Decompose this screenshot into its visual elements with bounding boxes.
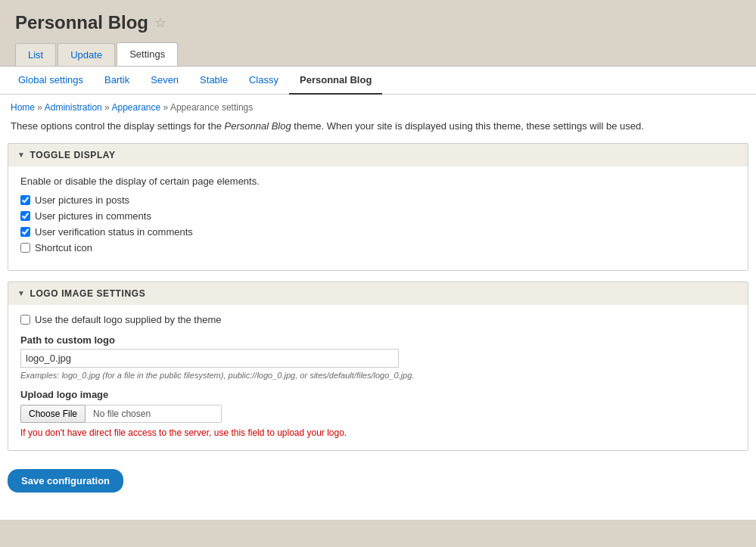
checkbox-shortcut-icon-label[interactable]: Shortcut icon: [35, 242, 92, 253]
no-file-text: No file chosen: [86, 405, 222, 423]
breadcrumb-sep2: »: [104, 102, 110, 113]
checkbox-user-verification-label[interactable]: User verification status in comments: [35, 226, 193, 238]
subtab-stable[interactable]: Stable: [189, 67, 238, 95]
subtab-classy[interactable]: Classy: [238, 67, 289, 95]
toggle-triangle: ▼: [17, 151, 26, 159]
choose-file-button[interactable]: Choose File: [20, 405, 86, 423]
save-section: Save configuration: [0, 462, 756, 505]
subtab-global-settings[interactable]: Global settings: [8, 67, 94, 95]
main-tabs: List Update Settings: [15, 42, 741, 66]
checkbox-user-pictures-comments-label[interactable]: User pictures in comments: [35, 210, 151, 222]
checkbox-user-verification-input[interactable]: [20, 227, 30, 237]
breadcrumb-sep1: »: [37, 102, 42, 113]
breadcrumb: Home » Administration » Appearance » App…: [0, 95, 756, 117]
path-input[interactable]: [20, 349, 399, 368]
checkbox-default-logo: Use the default logo supplied by the the…: [20, 314, 736, 325]
breadcrumb-settings: Appearance settings: [170, 102, 253, 113]
save-configuration-button[interactable]: Save configuration: [8, 469, 123, 493]
breadcrumb-appearance[interactable]: Appearance: [111, 102, 160, 113]
checkbox-shortcut-icon-input[interactable]: [20, 243, 30, 253]
description-text: These options control the display settin…: [0, 117, 756, 143]
checkbox-user-pictures-comments: User pictures in comments: [20, 210, 736, 222]
file-upload-wrapper: Choose File No file chosen: [20, 405, 736, 423]
subtab-bartik[interactable]: Bartik: [94, 67, 140, 95]
sub-tabs: Global settings Bartik Seven Stable Clas…: [0, 67, 756, 95]
checkbox-user-pictures-comments-input[interactable]: [20, 211, 30, 221]
checkbox-user-pictures-posts-label[interactable]: User pictures in posts: [35, 194, 129, 206]
checkbox-shortcut-icon: Shortcut icon: [20, 242, 736, 253]
toggle-display-header[interactable]: ▼ TOGGLE DISPLAY: [8, 144, 748, 166]
star-icon[interactable]: ☆: [154, 14, 166, 31]
upload-hint: If you don't have direct file access to …: [20, 427, 736, 438]
checkbox-user-pictures-posts-input[interactable]: [20, 195, 30, 205]
breadcrumb-admin[interactable]: Administration: [45, 102, 102, 113]
breadcrumb-sep3: »: [163, 102, 169, 113]
path-label: Path to custom logo: [20, 334, 736, 346]
breadcrumb-home[interactable]: Home: [11, 102, 35, 113]
tab-list[interactable]: List: [15, 43, 56, 66]
logo-triangle: ▼: [17, 289, 26, 297]
checkbox-user-verification: User verification status in comments: [20, 226, 736, 238]
subtab-personnal-blog[interactable]: Personnal Blog: [289, 67, 382, 95]
logo-settings-header[interactable]: ▼ LOGO IMAGE SETTINGS: [8, 282, 748, 305]
checkbox-default-logo-label[interactable]: Use the default logo supplied by the the…: [35, 314, 221, 325]
logo-settings-panel: ▼ LOGO IMAGE SETTINGS Use the default lo…: [8, 281, 748, 451]
file-upload-row: Choose File No file chosen: [20, 405, 736, 423]
toggle-display-desc: Enable or disable the display of certain…: [20, 176, 736, 187]
tab-update[interactable]: Update: [58, 43, 115, 66]
logo-settings-body: Use the default logo supplied by the the…: [8, 305, 748, 450]
theme-name-italic: Personnal Blog: [225, 120, 291, 132]
checkbox-user-pictures-posts: User pictures in posts: [20, 194, 736, 206]
toggle-display-title: TOGGLE DISPLAY: [30, 150, 116, 160]
upload-label: Upload logo image: [20, 389, 736, 400]
toggle-display-body: Enable or disable the display of certain…: [8, 166, 748, 270]
tab-settings[interactable]: Settings: [117, 42, 178, 66]
examples-text: Examples: logo_0.jpg (for a file in the …: [20, 371, 736, 380]
subtab-seven[interactable]: Seven: [140, 67, 189, 95]
checkbox-default-logo-input[interactable]: [20, 315, 30, 325]
toggle-display-panel: ▼ TOGGLE DISPLAY Enable or disable the d…: [8, 143, 748, 271]
page-title: Personnal Blog: [15, 12, 148, 33]
logo-settings-title: LOGO IMAGE SETTINGS: [30, 288, 146, 299]
